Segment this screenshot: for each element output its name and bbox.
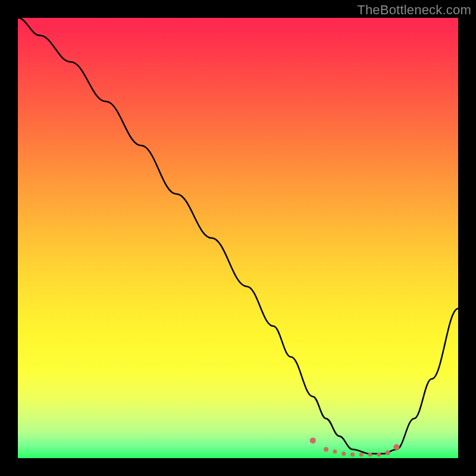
marker-dot [386, 450, 390, 455]
highlight-dots [310, 437, 400, 456]
bottleneck-curve [18, 18, 458, 454]
plot-area [18, 18, 458, 458]
marker-dot [359, 453, 364, 457]
marker-dot [377, 453, 381, 457]
marker-dot [310, 437, 316, 443]
watermark-text: TheBottleneck.com [357, 2, 471, 18]
marker-dot [368, 453, 372, 457]
curve-svg [18, 18, 458, 458]
chart-frame: TheBottleneck.com [0, 0, 476, 476]
marker-dot [324, 447, 328, 452]
marker-dot [393, 444, 399, 450]
marker-dot [350, 453, 355, 457]
marker-dot [342, 452, 346, 456]
marker-dot [333, 449, 337, 453]
